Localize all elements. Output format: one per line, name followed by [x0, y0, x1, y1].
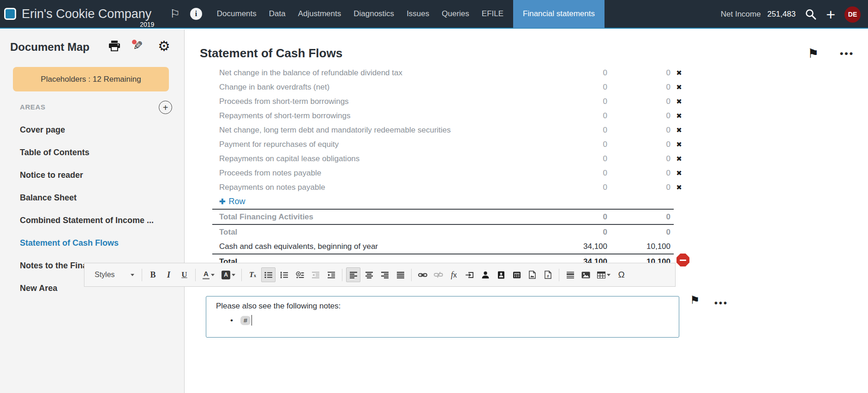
- numbered-list-button[interactable]: [277, 267, 291, 282]
- calendar-button[interactable]: [509, 267, 524, 282]
- italic-button[interactable]: I: [162, 267, 176, 282]
- editor-flag-icon[interactable]: ⚑: [690, 294, 700, 307]
- horizontal-rule-button[interactable]: [563, 267, 577, 282]
- add-icon[interactable]: +: [826, 7, 835, 21]
- delete-row-icon[interactable]: ✖: [676, 69, 682, 77]
- delete-row-icon[interactable]: ✖: [676, 140, 682, 148]
- delete-row-icon[interactable]: ✖: [676, 126, 682, 134]
- number-placeholder-button[interactable]: #: [541, 267, 555, 282]
- contact-card-button[interactable]: [494, 267, 508, 282]
- delete-row-icon[interactable]: ✖: [676, 183, 682, 191]
- row-label[interactable]: Net change, long term debt and mandatori…: [212, 126, 544, 135]
- insert-field-button[interactable]: [462, 267, 477, 282]
- row-value-current[interactable]: 0: [544, 68, 607, 78]
- sidebar-item-statement-of-cash-flows[interactable]: Statement of Cash Flows: [0, 232, 185, 254]
- document-flag-icon[interactable]: ⚑: [808, 46, 819, 61]
- row-value-prior[interactable]: 0: [607, 183, 670, 192]
- app-logo[interactable]: [4, 8, 16, 20]
- row-value-current[interactable]: 0: [544, 97, 607, 106]
- row-value-current[interactable]: 0: [544, 126, 607, 135]
- nav-item-data[interactable]: Data: [269, 9, 286, 18]
- row-value-current[interactable]: 0: [544, 169, 607, 178]
- row-label[interactable]: Repayments on notes payable: [212, 183, 544, 192]
- nav-item-diagnostics[interactable]: Diagnostics: [353, 9, 394, 18]
- gear-icon[interactable]: ⚙: [158, 40, 170, 53]
- editor-more-menu-icon[interactable]: •••: [714, 298, 728, 308]
- styles-dropdown[interactable]: Styles: [90, 267, 138, 282]
- row-value-current[interactable]: 0: [544, 183, 607, 192]
- align-left-button[interactable]: [346, 267, 360, 282]
- row-label[interactable]: Proceeds from notes payable: [212, 169, 544, 178]
- row-value-prior[interactable]: 0: [607, 97, 670, 106]
- sidebar-item-cover-page[interactable]: Cover page: [0, 119, 185, 141]
- row-value-prior[interactable]: 10,100: [607, 242, 670, 251]
- indent-button[interactable]: [324, 267, 338, 282]
- nav-item-financial-statements[interactable]: Financial statements: [513, 0, 605, 28]
- delete-row-icon[interactable]: ✖: [676, 155, 682, 163]
- delete-row-icon[interactable]: ✖: [676, 83, 682, 91]
- editor-paragraph[interactable]: Please also see the following notes:: [216, 302, 341, 311]
- text-color-button[interactable]: A: [199, 267, 218, 282]
- bold-button[interactable]: B: [146, 267, 160, 282]
- unlink-button[interactable]: [431, 267, 445, 282]
- more-menu-icon[interactable]: •••: [840, 48, 854, 59]
- note-reference-chip[interactable]: #: [240, 316, 251, 325]
- clear-formatting-button[interactable]: Tx: [245, 267, 260, 282]
- delete-row-icon[interactable]: ✖: [676, 97, 682, 105]
- sidebar-item-notice-to-reader[interactable]: Notice to reader: [0, 164, 185, 187]
- image-button[interactable]: [579, 267, 593, 282]
- formula-button[interactable]: fx: [447, 267, 461, 282]
- link-button[interactable]: [415, 267, 430, 282]
- delete-row-icon[interactable]: ✖: [676, 112, 682, 120]
- nav-item-documents[interactable]: Documents: [217, 9, 257, 18]
- row-label[interactable]: Repayments on capital lease obligations: [212, 154, 544, 163]
- row-value-current[interactable]: 0: [544, 111, 607, 121]
- bullet-list-button[interactable]: [261, 267, 275, 282]
- search-icon[interactable]: [805, 8, 817, 20]
- row-value-prior[interactable]: 0: [607, 154, 670, 163]
- row-value-current[interactable]: 0: [544, 154, 607, 163]
- special-character-button[interactable]: Ω: [614, 267, 629, 282]
- justify-button[interactable]: [393, 267, 407, 282]
- fill-color-button[interactable]: A: [219, 267, 238, 282]
- delete-row-icon[interactable]: ✖: [676, 169, 682, 177]
- row-value-prior[interactable]: 0: [607, 68, 670, 78]
- sidebar-item-balance-sheet[interactable]: Balance Sheet: [0, 187, 185, 209]
- sidebar-item-table-of-contents[interactable]: Table of Contents: [0, 141, 185, 164]
- edit-pencil-icon[interactable]: ✎: [133, 40, 146, 53]
- underline-button[interactable]: U: [177, 267, 192, 282]
- row-value-current[interactable]: 34,100: [544, 242, 607, 251]
- nav-item-efile[interactable]: EFILE: [482, 9, 503, 18]
- row-value-current[interactable]: 0: [544, 140, 607, 149]
- company-block[interactable]: Erin's Cookie Company 2019: [22, 7, 151, 21]
- row-value-prior[interactable]: 0: [607, 83, 670, 92]
- row-label[interactable]: Repayments of short-term borrowings: [212, 111, 544, 121]
- flag-icon[interactable]: ⚐: [170, 7, 180, 20]
- row-value-prior[interactable]: 0: [607, 169, 670, 178]
- table-button[interactable]: [594, 267, 613, 282]
- info-icon[interactable]: i: [190, 8, 202, 20]
- row-label[interactable]: Cash and cash equivalents, beginning of …: [212, 242, 544, 251]
- align-right-button[interactable]: [377, 267, 392, 282]
- note-editor[interactable]: Please also see the following notes: • #: [206, 296, 679, 338]
- nav-item-issues[interactable]: Issues: [407, 9, 429, 18]
- row-label[interactable]: Change in bank overdrafts (net): [212, 83, 544, 92]
- row-label[interactable]: Net change in the balance of refundable …: [212, 68, 544, 78]
- align-center-button[interactable]: [362, 267, 376, 282]
- row-value-prior[interactable]: 0: [607, 140, 670, 149]
- row-value-prior[interactable]: 0: [607, 111, 670, 121]
- image-placeholder-button[interactable]: [525, 267, 539, 282]
- row-label[interactable]: Proceeds from short-term borrowings: [212, 97, 544, 106]
- row-value-current[interactable]: 0: [544, 83, 607, 92]
- print-icon[interactable]: [108, 40, 121, 52]
- nav-item-queries[interactable]: Queries: [442, 9, 469, 18]
- row-value-prior[interactable]: 0: [607, 126, 670, 135]
- outdent-button[interactable]: [308, 267, 323, 282]
- special-list-button[interactable]: [293, 267, 307, 282]
- placeholders-badge[interactable]: Placeholders : 12 Remaining: [13, 67, 169, 91]
- person-button[interactable]: [478, 267, 492, 282]
- user-avatar[interactable]: DE: [844, 6, 861, 23]
- add-row-button[interactable]: ✚ Row: [212, 194, 688, 209]
- row-label[interactable]: Payment for repurchases of equity: [212, 140, 544, 149]
- add-area-icon[interactable]: +: [159, 101, 172, 114]
